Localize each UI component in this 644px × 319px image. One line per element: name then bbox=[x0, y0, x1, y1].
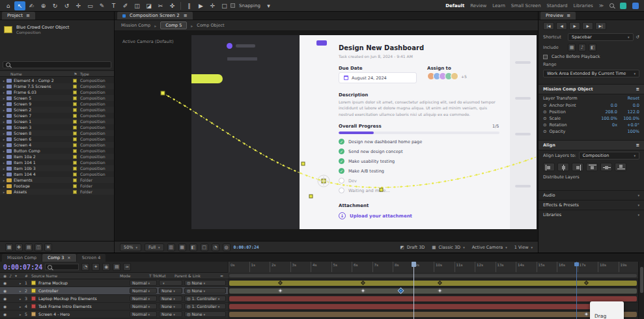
label-color-chip[interactable] bbox=[73, 173, 77, 176]
upload-attachment-button[interactable]: ↓ Upload your attachment bbox=[339, 212, 412, 219]
stopwatch-icon[interactable]: ⊙ bbox=[543, 116, 546, 121]
layer-color-chip[interactable] bbox=[31, 296, 36, 301]
trkmat-dropdown[interactable]: None ▾ bbox=[159, 296, 182, 301]
layer-color-chip[interactable] bbox=[31, 281, 36, 285]
align-button[interactable] bbox=[543, 163, 555, 171]
label-color-chip[interactable] bbox=[73, 126, 77, 130]
tab-preview[interactable]: Preview ≡ bbox=[540, 12, 576, 20]
workspace-overflow-icon[interactable]: ≫ bbox=[599, 3, 604, 8]
range-dropdown[interactable]: Work Area Extended By Current Time ▾ bbox=[543, 70, 639, 77]
checklist-item[interactable]: Dev bbox=[339, 178, 422, 184]
tab-composition[interactable]: Composition Screen 2 ≡ bbox=[117, 12, 193, 20]
project-item-row[interactable]: ▸ Screen 8 Composition bbox=[0, 130, 114, 136]
label-color-chip[interactable] bbox=[73, 108, 77, 112]
toolbar-mid-icon[interactable]: ▶ bbox=[195, 1, 206, 10]
blend-mode-dropdown[interactable]: Normal ▾ bbox=[130, 280, 157, 286]
app-teal-icon[interactable] bbox=[620, 3, 626, 9]
pickwhip-icon[interactable]: ◎ bbox=[187, 304, 190, 309]
twirl-icon[interactable]: ▸ bbox=[1, 132, 7, 135]
shortcut-dropdown[interactable]: Spacebar ▾ bbox=[568, 33, 634, 41]
timeline-search-input[interactable] bbox=[45, 264, 79, 270]
column-number[interactable]: # bbox=[25, 273, 31, 278]
include-toggle-icon[interactable]: ▦ bbox=[568, 44, 576, 51]
label-color-chip[interactable] bbox=[73, 143, 77, 147]
parent-link-dropdown[interactable]: ◎ None ▾ bbox=[184, 280, 226, 286]
toolbar-mid-icon[interactable]: □ bbox=[219, 1, 230, 10]
trkmat-dropdown[interactable]: None ▾ bbox=[159, 303, 182, 309]
search-workspaces-icon[interactable] bbox=[609, 3, 614, 8]
toolbar-tool-icon[interactable]: ⌂ bbox=[3, 1, 14, 10]
label-color-chip[interactable] bbox=[73, 102, 77, 106]
renderer-control[interactable]: ◩ Draft 3D bbox=[400, 245, 428, 250]
resolution-dropdown[interactable]: Full ▾ bbox=[145, 243, 164, 251]
view-option-icon[interactable]: ◧ bbox=[189, 243, 197, 251]
twirl-icon[interactable]: ▸ bbox=[1, 173, 7, 176]
twirl-icon[interactable]: ▸ bbox=[1, 90, 7, 94]
tab-project[interactable]: Project ≡ bbox=[2, 12, 35, 20]
twirl-icon[interactable]: ▸ bbox=[1, 161, 7, 165]
app-blue-icon[interactable] bbox=[632, 3, 639, 9]
trkmat-dropdown[interactable]: None ▾ bbox=[159, 288, 182, 294]
avatar-extra-count[interactable]: +5 bbox=[461, 74, 467, 79]
view-option-icon[interactable]: ◔ bbox=[212, 243, 219, 251]
due-date-field[interactable]: August 24, 2024 bbox=[339, 72, 417, 83]
twirl-icon[interactable]: ▸ bbox=[1, 143, 7, 147]
project-item-row[interactable]: ▸ Footage Folder bbox=[0, 183, 114, 189]
project-item-row[interactable]: ▸ Screen 5 Composition bbox=[0, 95, 114, 101]
property-value-y[interactable]: +0.0° bbox=[620, 122, 639, 128]
panel-menu-icon[interactable]: ≡ bbox=[26, 13, 30, 18]
toolbar-tool-icon[interactable]: ↺ bbox=[61, 1, 72, 10]
label-color-chip[interactable] bbox=[73, 167, 77, 171]
property-value-x[interactable]: 0x bbox=[598, 122, 617, 128]
workspace-tab[interactable]: Default bbox=[445, 3, 464, 8]
workspace-tab[interactable]: Small Screen bbox=[511, 3, 541, 8]
project-search-input[interactable] bbox=[3, 61, 111, 68]
stopwatch-icon[interactable]: ⊙ bbox=[543, 122, 546, 128]
properties-header[interactable]: Mission Comp Object ≡ bbox=[539, 84, 644, 94]
layer-visibility-toggle[interactable]: ◉ bbox=[3, 288, 7, 293]
layer-twirl-icon[interactable]: ▸ bbox=[20, 297, 25, 301]
layer-name[interactable]: Laptop Mockup Pro Elements bbox=[38, 296, 130, 301]
checklist-item[interactable]: Waiting and more... bbox=[339, 187, 422, 193]
label-column-icon[interactable]: ⚑ bbox=[71, 72, 80, 76]
parent-link-dropdown[interactable]: ◎ None ▾ bbox=[184, 288, 226, 294]
include-toggle-icon[interactable]: ◧ bbox=[589, 44, 596, 51]
project-item-row[interactable]: ▸ Screen 7 Composition bbox=[0, 113, 114, 118]
column-source-name[interactable]: Source Name bbox=[31, 273, 120, 278]
twirl-icon[interactable]: ▸ bbox=[1, 190, 7, 194]
label-color-chip[interactable] bbox=[73, 161, 77, 165]
property-value-x[interactable]: 208.0 bbox=[598, 109, 617, 115]
toolbar-tool-icon[interactable]: ✎ bbox=[96, 1, 107, 10]
toolbar-tool-icon[interactable]: T bbox=[108, 1, 119, 10]
renderer-control[interactable]: ▦ Classic 3D ▾ bbox=[432, 245, 464, 250]
column-type[interactable]: Type bbox=[80, 72, 114, 76]
project-footer-icon[interactable]: ▤ bbox=[25, 243, 33, 251]
solo-column-icon[interactable]: ✦ bbox=[14, 273, 18, 278]
trkmat-dropdown[interactable]: ▾ bbox=[159, 280, 182, 286]
checklist-item[interactable]: ✓ Send new design concept bbox=[339, 148, 422, 154]
layer-visibility-toggle[interactable]: ◉ bbox=[3, 296, 7, 301]
timeline-layer-row[interactable]: ◉ ▸ 5 Screen 4 - Hero Normal ▾ None ▾ ◎ … bbox=[0, 311, 228, 318]
label-color-chip[interactable] bbox=[73, 178, 77, 182]
layer-color-chip[interactable] bbox=[31, 288, 36, 293]
composition-timecode[interactable]: 0:00:07:24 bbox=[234, 245, 259, 250]
workspace-tab[interactable]: Libraries bbox=[573, 3, 593, 8]
twirl-icon[interactable]: ▸ bbox=[1, 120, 7, 124]
view-option-icon[interactable]: ▥ bbox=[167, 243, 175, 251]
toolbar-mid-icon[interactable]: ∥ bbox=[184, 1, 195, 10]
transport-button[interactable]: ▶ bbox=[582, 22, 593, 30]
layer-color-chip[interactable] bbox=[31, 312, 36, 316]
column-parent-link[interactable]: Parent & Link bbox=[175, 273, 220, 278]
layer-duration-bar[interactable] bbox=[229, 304, 594, 309]
include-toggle-icon[interactable]: ♪ bbox=[578, 44, 586, 51]
checklist-item[interactable]: ✓ Make A/B testing bbox=[339, 168, 422, 174]
stacked-panel-header[interactable]: Audio ▾ bbox=[539, 190, 644, 200]
checklist-item[interactable]: ✓ Make usability testing bbox=[339, 158, 422, 164]
transport-button[interactable]: |◀ bbox=[543, 22, 554, 30]
timeline-layer-row[interactable]: ◉ ▸ 4 Task Frame Intro Elements Normal ▾… bbox=[0, 303, 228, 311]
label-color-chip[interactable] bbox=[73, 114, 77, 118]
property-value-y[interactable]: 100% bbox=[620, 129, 639, 134]
reset-shortcut-icon[interactable]: ↺ bbox=[636, 35, 639, 40]
playhead[interactable] bbox=[413, 262, 414, 319]
panel-menu-icon[interactable]: ≡ bbox=[636, 87, 639, 92]
